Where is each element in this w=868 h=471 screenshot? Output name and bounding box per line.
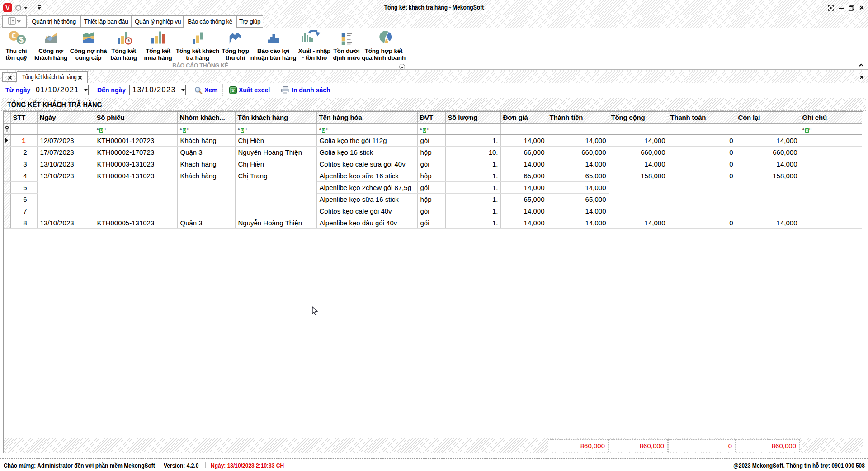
svg-text:€: € [12,32,16,40]
svg-text:$: $ [19,35,24,44]
svg-text:x: x [231,87,235,94]
